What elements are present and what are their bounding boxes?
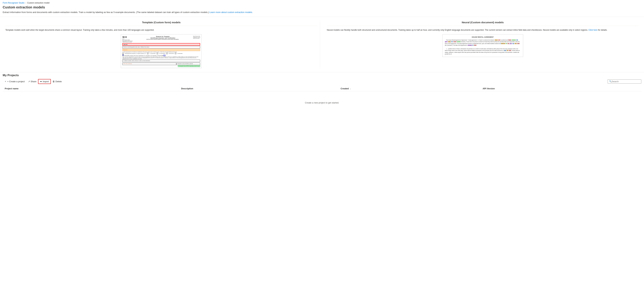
template-model-desc: Template models work well when the targe… xyxy=(6,29,317,32)
delete-button[interactable]: 🗑 Delete xyxy=(51,79,64,84)
empty-state: Create a new project to get started. xyxy=(3,91,641,114)
projects-toolbar: ＋ + Create a project ↗ Share ⬌ Import 🗑 … xyxy=(3,79,641,84)
sort-arrow-created: ↓ xyxy=(350,88,351,90)
click-here-link[interactable]: Click here xyxy=(588,29,597,31)
create-project-button[interactable]: ＋ + Create a project xyxy=(3,79,26,84)
search-icon: 🔍 xyxy=(609,80,612,83)
breadcrumb-home[interactable]: Form Recognizer Studio xyxy=(3,2,24,4)
neural-model-title: Neural (Custom document) models xyxy=(327,21,639,24)
col-header-name: Project name xyxy=(3,86,179,91)
share-icon: ↗ xyxy=(28,80,30,83)
projects-section: My Projects ＋ + Create a project ↗ Share… xyxy=(0,72,644,115)
learn-more-link[interactable]: Learn more about custom extraction model… xyxy=(210,11,253,14)
template-model-section: Template (Custom form) models Template m… xyxy=(3,21,320,68)
breadcrumb-separator: › xyxy=(26,2,26,4)
col-header-created[interactable]: Created ↓ xyxy=(339,86,481,91)
w9-form-preview: W-9 FormRev. October 2018)Department of … xyxy=(121,34,202,68)
share-button[interactable]: ↗ Share xyxy=(26,79,38,84)
model-types-section: Template (Custom form) models Template m… xyxy=(0,17,644,72)
projects-table: Project name Description Created ↓ API V… xyxy=(3,86,641,91)
delete-icon: 🗑 xyxy=(52,80,55,83)
table-header: Project name Description Created ↓ API V… xyxy=(3,86,641,91)
breadcrumb: Form Recognizer Studio › Custom extracti… xyxy=(0,0,644,5)
neural-model-section: Neural (Custom document) models Neural m… xyxy=(324,21,642,68)
page-description: Extract information from forms and docum… xyxy=(0,11,644,17)
import-button[interactable]: ⬌ Import xyxy=(38,79,51,84)
breadcrumb-current: Custom extraction model xyxy=(27,2,50,4)
search-input[interactable] xyxy=(612,80,640,83)
neural-model-desc: Neural models can flexibly handle both s… xyxy=(327,29,639,32)
page-title: Custom extraction models xyxy=(0,5,644,11)
template-model-title: Template (Custom form) models xyxy=(6,21,317,24)
create-project-icon: ＋ xyxy=(4,80,6,83)
projects-title: My Projects xyxy=(3,74,641,77)
search-box: 🔍 xyxy=(608,79,641,84)
rental-agreement-preview: HOUSE RENTAL AGREEMENT This House Rental… xyxy=(442,34,523,57)
col-header-description: Description xyxy=(179,86,338,91)
import-icon: ⬌ xyxy=(40,80,42,83)
col-header-api-version: API Version xyxy=(480,86,641,91)
